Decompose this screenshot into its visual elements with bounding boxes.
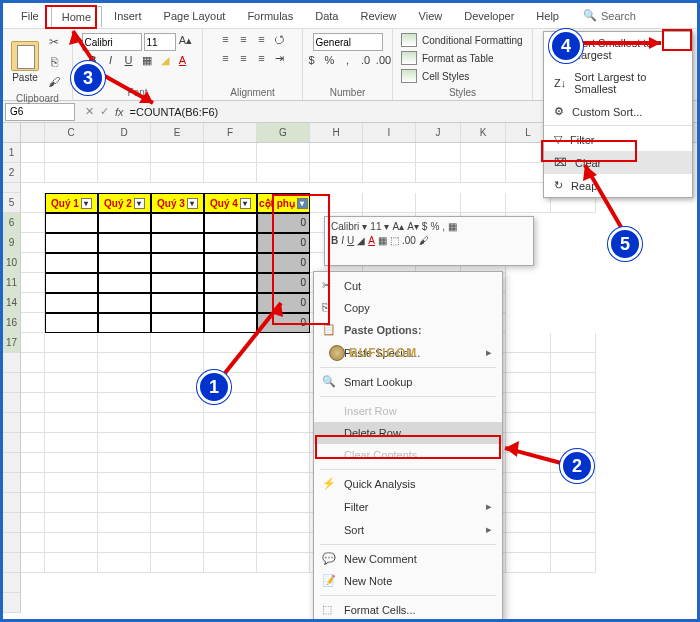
ctx-new-comment[interactable]: 💬New Comment — [314, 548, 502, 570]
dec-decimal-icon[interactable]: .00 — [376, 54, 392, 70]
ctx-filter[interactable]: Filter▸ — [314, 495, 502, 518]
filter-dropdown-icon[interactable]: ▾ — [81, 198, 92, 209]
cell-styles[interactable]: Cell Styles — [401, 69, 469, 83]
selected-cell[interactable]: 0 — [257, 293, 310, 313]
ctx-cut[interactable]: ✂Cut — [314, 275, 502, 297]
row-header[interactable]: 10 — [3, 253, 20, 273]
mini-comma-icon[interactable]: , — [442, 221, 445, 232]
align-top-icon[interactable]: ≡ — [218, 33, 234, 49]
conditional-formatting[interactable]: Conditional Formatting — [401, 33, 523, 47]
table-cell[interactable] — [45, 293, 98, 313]
table-cell[interactable] — [151, 273, 204, 293]
filter-dropdown-icon[interactable]: ▾ — [187, 198, 198, 209]
table-cell[interactable] — [45, 313, 98, 333]
tab-view[interactable]: View — [409, 6, 453, 26]
mini-font-name[interactable]: Calibri — [331, 221, 359, 232]
mini-italic-icon[interactable]: I — [341, 235, 344, 246]
row-header[interactable]: 5 — [3, 193, 20, 213]
ctx-delete-row[interactable]: Delete Row — [314, 422, 502, 444]
fn-accept-icon[interactable]: ✓ — [100, 105, 109, 118]
reapply-item[interactable]: ↻Reap — [544, 174, 692, 197]
ctx-insert-row[interactable]: Insert Row — [314, 400, 502, 422]
align-middle-icon[interactable]: ≡ — [236, 33, 252, 49]
increase-font-icon[interactable]: A▴ — [178, 34, 194, 50]
filter-dropdown-icon[interactable]: ▾ — [297, 198, 308, 209]
table-cell[interactable] — [151, 293, 204, 313]
selected-cell[interactable]: 0 — [257, 213, 310, 233]
format-as-table[interactable]: Format as Table — [401, 51, 494, 65]
table-header[interactable]: cột phụ▾ — [257, 193, 310, 213]
search-box[interactable]: 🔍 Search — [583, 9, 636, 22]
mini-currency-icon[interactable]: $ — [422, 221, 428, 232]
table-cell[interactable] — [98, 313, 151, 333]
formula-input[interactable]: =COUNTA(B6:F6) — [130, 106, 219, 118]
ctx-format-cells[interactable]: ⬚Format Cells... — [314, 599, 502, 621]
underline-icon[interactable]: U — [121, 54, 137, 70]
select-all-corner[interactable] — [3, 123, 21, 143]
col-header[interactable]: D — [98, 123, 151, 142]
mini-decimal-icon[interactable]: .00 — [402, 235, 416, 246]
align-bottom-icon[interactable]: ≡ — [254, 33, 270, 49]
table-cell[interactable] — [45, 273, 98, 293]
table-cell[interactable] — [151, 233, 204, 253]
sort-largest[interactable]: Z↓Sort Largest to Smallest — [544, 66, 692, 100]
align-left-icon[interactable]: ≡ — [218, 52, 234, 68]
row-header[interactable]: 9 — [3, 233, 20, 253]
format-painter-icon[interactable]: 🖌 — [45, 73, 63, 91]
selected-cell[interactable]: 0 — [257, 313, 310, 333]
col-header[interactable]: G — [257, 123, 310, 142]
row-header[interactable]: 11 — [3, 273, 20, 293]
mini-shrink-icon[interactable]: A▾ — [407, 221, 419, 232]
table-cell[interactable] — [45, 233, 98, 253]
table-cell[interactable] — [204, 253, 257, 273]
table-header[interactable]: Quý 3▾ — [151, 193, 204, 213]
mini-grow-icon[interactable]: A▴ — [392, 221, 404, 232]
col-header[interactable]: J — [416, 123, 461, 142]
inc-decimal-icon[interactable]: .0 — [358, 54, 374, 70]
clear-item[interactable]: ⌧Clear — [544, 151, 692, 174]
table-cell[interactable] — [45, 213, 98, 233]
filter-item[interactable]: ▽Filter — [544, 128, 692, 151]
selected-cell[interactable]: 0 — [257, 253, 310, 273]
table-cell[interactable] — [151, 313, 204, 333]
mini-bold-icon[interactable]: B — [331, 235, 338, 246]
font-name-combo[interactable] — [82, 33, 142, 51]
table-cell[interactable] — [98, 253, 151, 273]
mini-fill-icon[interactable]: ◢ — [357, 235, 365, 246]
table-cell[interactable] — [151, 253, 204, 273]
copy-icon[interactable]: ⎘ — [45, 53, 63, 71]
ctx-quick-analysis[interactable]: ⚡Quick Analysis — [314, 473, 502, 495]
fx-icon[interactable]: fx — [115, 106, 124, 118]
table-header[interactable]: Quý 1▾ — [45, 193, 98, 213]
number-format-combo[interactable] — [313, 33, 383, 51]
col-header[interactable]: E — [151, 123, 204, 142]
table-cell[interactable] — [98, 233, 151, 253]
table-cell[interactable] — [204, 293, 257, 313]
table-cell[interactable] — [98, 273, 151, 293]
mini-underline-icon[interactable]: U — [347, 235, 354, 246]
table-cell[interactable] — [98, 213, 151, 233]
table-cell[interactable] — [45, 253, 98, 273]
ctx-new-note[interactable]: 📝New Note — [314, 570, 502, 592]
tab-file[interactable]: File — [11, 6, 49, 26]
ctx-copy[interactable]: ⎘Copy — [314, 297, 502, 319]
filter-dropdown-icon[interactable]: ▾ — [240, 198, 251, 209]
mini-border-icon[interactable]: ▦ — [448, 221, 457, 232]
mini-merge-icon[interactable]: ⬚ — [390, 235, 399, 246]
custom-sort[interactable]: ⚙Custom Sort... — [544, 100, 692, 123]
mini-font-size[interactable]: 11 — [370, 221, 381, 232]
tab-pagelayout[interactable]: Page Layout — [154, 6, 236, 26]
row-header[interactable]: 6 — [3, 213, 20, 233]
tab-insert[interactable]: Insert — [104, 6, 152, 26]
row-header[interactable]: 16 — [3, 313, 20, 333]
ctx-sort[interactable]: Sort▸ — [314, 518, 502, 541]
selected-cell[interactable]: 0 — [257, 273, 310, 293]
tab-data[interactable]: Data — [305, 6, 348, 26]
tab-home[interactable]: Home — [51, 6, 102, 28]
tab-help[interactable]: Help — [526, 6, 569, 26]
col-header[interactable]: F — [204, 123, 257, 142]
table-header[interactable]: Quý 4▾ — [204, 193, 257, 213]
align-right-icon[interactable]: ≡ — [254, 52, 270, 68]
cut-icon[interactable]: ✂ — [45, 33, 63, 51]
mini-painter-icon[interactable]: 🖌 — [419, 235, 429, 246]
